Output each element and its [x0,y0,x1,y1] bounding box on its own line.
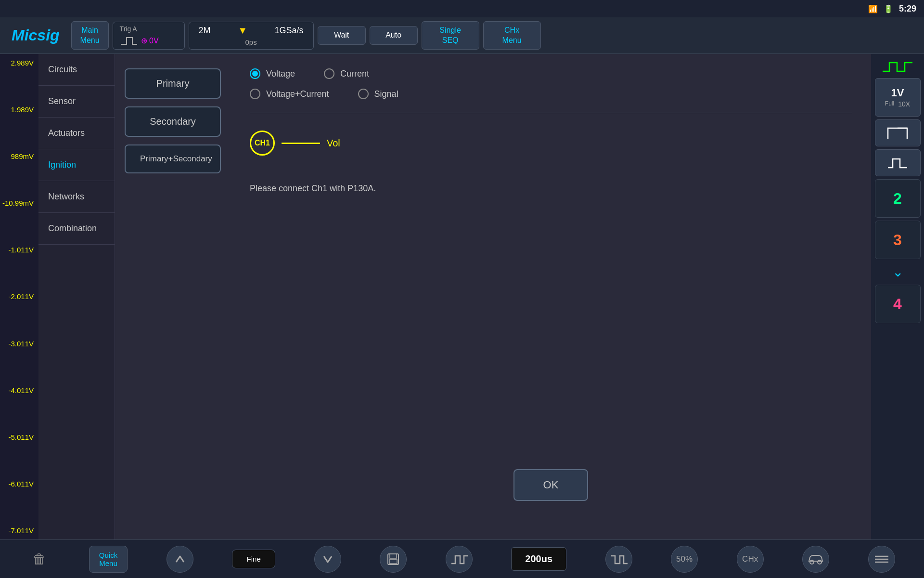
ch1-line [282,143,320,144]
timebase-arrow-icon: ▼ [238,25,247,36]
percent-button[interactable]: 50% [671,546,698,573]
car-icon-button[interactable] [802,546,829,573]
clock-display: 5:29 [899,4,916,14]
ch1-full-label: Full [885,100,894,108]
ok-button[interactable]: OK [513,469,589,501]
y-label-6: -3.011V [2,340,37,348]
wave-shape-2-icon [610,552,628,566]
trig-label: Trig A [120,25,178,33]
app-logo: Micsig [4,26,67,44]
ch1-voltage: 1V [891,87,904,99]
y-label-4: -1.011V [2,246,37,254]
dialog-left: Primary Secondary Primary+Secondary [115,54,231,539]
ch4-button[interactable]: 4 [875,285,921,323]
trash-icon[interactable]: 🗑 [29,547,50,571]
dialog: Circuits Sensor Actuators Ignition Netwo… [38,54,871,539]
voltage-radio[interactable]: Voltage [250,68,295,79]
wait-button[interactable]: Wait [318,26,366,45]
scroll-down-arrow[interactable]: ⌄ [890,262,905,282]
secondary-button[interactable]: Secondary [125,106,221,137]
current-radio-circle [324,68,334,79]
car-icon [807,552,824,566]
multi-channel-icon [873,552,890,566]
ch1-volt-indicator: 1V Full 10X [875,78,921,117]
bottom-bar: 🗑 Quick Menu Fine 200us 50% C [0,539,924,578]
y-label-3: -10.99mV [2,199,37,207]
y-label-1: 1.989V [2,105,37,114]
chx-menu-button[interactable]: CHx Menu [483,21,541,50]
trig-value: ⊕ 0V [141,36,159,45]
up-arrow-icon [173,552,187,566]
trig-waveform-icon [120,35,137,46]
wave-shape-2-button[interactable] [605,546,632,573]
y-axis: 2.989V 1.989V 989mV -10.99mV -1.011V -2.… [0,54,38,539]
ch2-button[interactable]: 2 [875,179,921,218]
current-radio[interactable]: Current [324,68,369,79]
instruction-text: Please connect Ch1 with P130A. [250,184,852,194]
voltage-current-radio[interactable]: Voltage+Current [250,89,329,99]
rising-edge-icon [886,124,910,142]
y-label-9: -6.011V [2,480,37,488]
y-label-8: -5.011V [2,433,37,441]
voltage-current-radio-circle [250,89,260,99]
sidebar-item-actuators[interactable]: Actuators [38,118,115,149]
auto-button[interactable]: Auto [370,26,418,45]
save-button[interactable] [380,546,407,573]
wave-shape-1-button[interactable] [446,546,473,573]
sidebar-item-circuits[interactable]: Circuits [38,54,115,86]
y-label-7: -4.011V [2,386,37,394]
wifi-icon: 📶 [868,4,878,13]
dialog-inner: Primary Secondary Primary+Secondary Volt… [115,54,871,539]
sidebar-item-sensor[interactable]: Sensor [38,86,115,118]
multi-channel-button[interactable] [868,546,895,573]
ch1-signal-indicator: CH1 Vol [250,131,852,156]
timebase-right: 1GSa/s [275,26,304,36]
signal-radio[interactable]: Signal [358,89,398,99]
right-panel: 1V Full 10X 2 3 ⌄ 4 [871,54,924,539]
sidebar-item-combination[interactable]: Combination [38,213,115,245]
radio-row-2: Voltage+Current Signal [250,89,852,99]
ch1-wave-icon [881,58,914,75]
y-label-0: 2.989V [2,59,37,67]
rising-edge-button[interactable] [875,119,921,146]
timebase-left: 2M [199,26,211,36]
svg-rect-1 [390,554,397,558]
fine-button[interactable]: Fine [232,550,275,568]
down-arrow-button[interactable] [314,546,341,573]
divider [250,113,852,113]
radio-row-1: Voltage Current [250,68,852,79]
wave-shape-1-icon [450,552,468,566]
time-display[interactable]: 200us [511,547,566,571]
ch1-vol-label: Vol [327,138,340,149]
up-arrow-button[interactable] [167,546,193,573]
single-seq-button[interactable]: Single SEQ [422,21,479,50]
sidebar-item-networks[interactable]: Networks [38,181,115,213]
trigger-box: Trig A ⊕ 0V [113,22,185,50]
status-bar: 📶 🔋 5:29 [0,0,924,17]
dialog-sidebar: Circuits Sensor Actuators Ignition Netwo… [38,54,115,539]
dialog-right: Voltage Current Voltage+Current Signal [231,54,871,539]
timebase-box: 2M ▼ 1GSa/s 0ps [189,22,314,50]
timebase-offset: 0ps [199,38,304,46]
primary-button[interactable]: Primary [125,68,221,99]
quick-menu-button[interactable]: Quick Menu [89,546,128,573]
ch1-mult-label: 10X [898,100,910,108]
ch1-badge: CH1 [250,131,275,156]
ch3-button[interactable]: 3 [875,221,921,259]
y-label-10: -7.011V [2,526,37,535]
pulse-wave-icon [886,154,910,171]
signal-radio-circle [358,89,369,99]
down-arrow-icon [321,552,334,566]
sidebar-item-ignition[interactable]: Ignition [38,149,115,181]
y-label-2: 989mV [2,152,37,160]
svg-rect-2 [389,560,397,564]
voltage-radio-circle [250,68,260,79]
battery-icon: 🔋 [884,4,893,13]
pulse-wave-button[interactable] [875,149,921,176]
main-menu-button[interactable]: Main Menu [71,21,109,50]
save-icon [386,552,400,566]
primary-secondary-button[interactable]: Primary+Secondary [125,144,221,173]
chx-bottom-button[interactable]: CHx [737,546,764,573]
y-label-5: -2.011V [2,292,37,301]
toolbar: Micsig Main Menu Trig A ⊕ 0V 2M ▼ 1GSa/s… [0,17,924,54]
